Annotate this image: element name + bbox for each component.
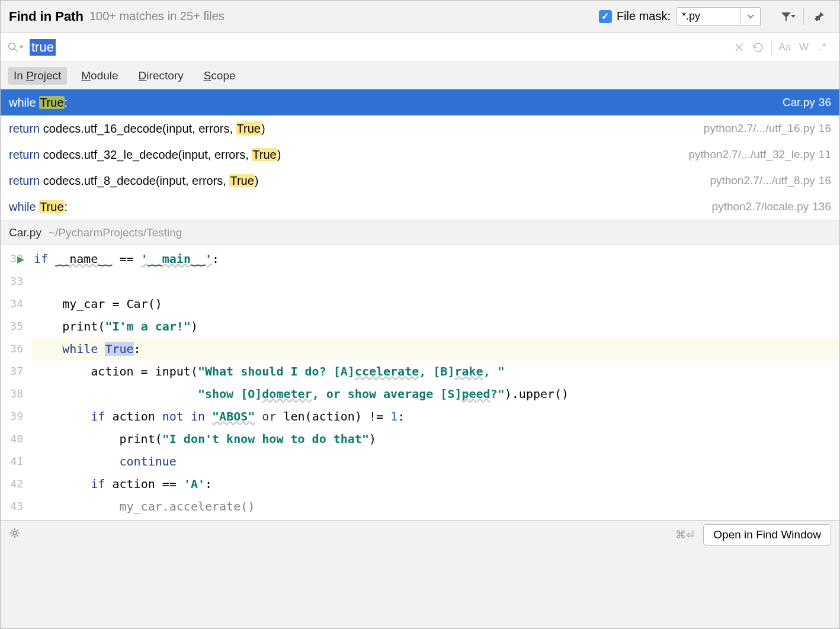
line-number: 39 <box>5 405 23 428</box>
regex-toggle[interactable]: .* <box>813 38 832 57</box>
result-line-number: 16 <box>819 122 831 135</box>
search-icon <box>8 42 24 53</box>
chevron-down-icon <box>747 14 754 19</box>
result-row[interactable]: return codecs.utf_16_decode(input, error… <box>1 115 839 142</box>
preview-filename: Car.py <box>9 226 41 239</box>
result-path: python2.7/.../utf_16.py <box>704 122 815 135</box>
tab-directory[interactable]: Directory <box>133 67 190 85</box>
preview-path: ~/PycharmProjects/Testing <box>49 226 182 239</box>
tab-scope[interactable]: Scope <box>198 67 242 85</box>
filter-icon[interactable] <box>776 7 800 26</box>
code-string: "show [O]dometer, or show average [S]pee… <box>198 387 505 401</box>
line-number: 42 <box>5 473 23 495</box>
line-gutter: 323334353637383940414243 <box>1 245 31 520</box>
result-path: python2.7/.../utf_8.py <box>710 174 815 187</box>
match-summary: 100+ matches in 25+ files <box>89 9 225 23</box>
preview-header: Car.py ~/PycharmProjects/Testing <box>1 220 839 245</box>
filemask-input[interactable] <box>677 7 740 26</box>
result-path: python2.7/locale.py <box>712 200 809 213</box>
filemask-checkbox[interactable]: ✓ <box>599 10 612 23</box>
result-line-number: 136 <box>812 200 831 213</box>
result-row[interactable]: return codecs.utf_8_decode(input, errors… <box>1 168 839 194</box>
match-case-toggle[interactable]: Aa <box>775 38 794 57</box>
search-row: true Aa W .* <box>1 33 839 62</box>
history-icon[interactable] <box>749 38 768 57</box>
dialog-title: Find in Path <box>9 9 84 24</box>
line-number: 40 <box>5 428 23 450</box>
search-input[interactable]: true <box>30 39 730 56</box>
tab-module[interactable]: Module <box>75 67 124 85</box>
result-line-number: 36 <box>819 96 831 109</box>
result-line-number: 11 <box>819 148 831 161</box>
line-number: 36 <box>5 338 23 360</box>
scope-tabs: In Project Module Directory Scope <box>1 62 839 89</box>
dialog-footer: ⌘⏎ Open in Find Window <box>1 520 839 548</box>
gear-icon[interactable] <box>9 527 21 542</box>
pin-icon[interactable] <box>807 7 831 26</box>
shortcut-hint: ⌘⏎ <box>675 528 695 541</box>
result-line-number: 16 <box>819 174 831 187</box>
clear-icon[interactable] <box>730 38 749 57</box>
line-number: 43 <box>5 495 23 518</box>
line-number: 37 <box>5 360 23 383</box>
code-string: "What should I do? [A]ccelerate, [B]rake… <box>198 364 505 378</box>
line-number: 35 <box>5 315 23 338</box>
result-path: python2.7/.../utf_32_le.py <box>688 148 815 161</box>
code-body: ▶if __name__ == '__main__': my_car = Car… <box>31 245 839 520</box>
line-number: 41 <box>5 450 23 473</box>
dialog-header: Find in Path 100+ matches in 25+ files ✓… <box>1 1 839 33</box>
result-row[interactable]: return codecs.utf_32_le_decode(input, er… <box>1 142 839 168</box>
words-toggle[interactable]: W <box>794 38 813 57</box>
line-number: 33 <box>5 270 23 293</box>
line-number: 34 <box>5 293 23 315</box>
run-gutter-icon[interactable]: ▶ <box>17 248 24 270</box>
tab-in-project[interactable]: In Project <box>8 67 67 85</box>
line-number: 38 <box>5 383 23 405</box>
svg-line-1 <box>14 49 17 52</box>
svg-point-4 <box>13 531 17 535</box>
search-query-text: true <box>30 39 56 56</box>
result-row[interactable]: while True:Car.py 36 <box>1 89 839 115</box>
result-row[interactable]: while True:python2.7/locale.py 136 <box>1 194 839 220</box>
open-in-find-window-button[interactable]: Open in Find Window <box>703 524 831 545</box>
svg-point-0 <box>9 43 15 49</box>
filemask-dropdown[interactable] <box>740 7 761 26</box>
results-list: while True:Car.py 36return codecs.utf_16… <box>1 89 839 220</box>
filemask-label: File mask: <box>617 9 671 23</box>
result-path: Car.py <box>783 96 815 109</box>
code-preview[interactable]: 323334353637383940414243 ▶if __name__ ==… <box>1 245 839 520</box>
